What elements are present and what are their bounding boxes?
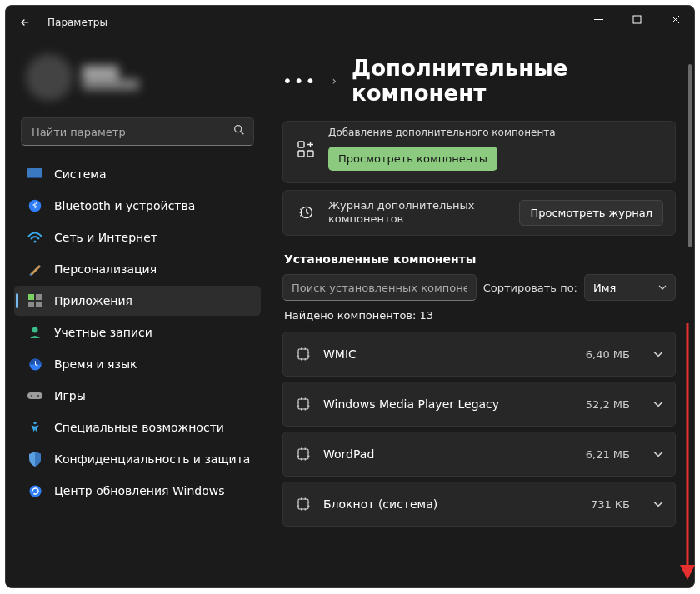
search-box[interactable] (21, 117, 254, 146)
nav-network[interactable]: Сеть и Интернет (14, 222, 261, 252)
view-history-button[interactable]: Просмотреть журнал (519, 200, 663, 226)
svg-rect-17 (298, 142, 304, 147)
bluetooth-icon (28, 198, 42, 213)
component-icon (295, 496, 312, 512)
network-icon (28, 230, 42, 245)
chevron-down-icon (658, 282, 667, 294)
personalize-icon (28, 262, 42, 277)
component-size: 731 КБ (591, 498, 630, 511)
history-card: Журнал дополнительных компонентов Просмо… (282, 190, 676, 237)
svg-rect-19 (308, 151, 313, 157)
component-size: 52,2 МБ (586, 398, 630, 411)
nav-privacy[interactable]: Конфиденциальность и защита (14, 444, 261, 474)
add-feature-icon (295, 138, 317, 160)
nav-label: Приложения (54, 294, 132, 307)
history-title: Журнал дополнительных компонентов (328, 199, 508, 227)
component-name: WMIC (323, 347, 574, 361)
user-profile[interactable]: ████ ████████ (14, 47, 261, 116)
sidebar: ████ ████████ Система Bluetooth и устрой… (6, 39, 264, 587)
component-size: 6,21 МБ (586, 448, 630, 461)
component-list: WMIC 6,40 МБ Windows Media Player Legacy… (282, 332, 676, 527)
nav-personalization[interactable]: Персонализация (14, 254, 261, 284)
nav: Система Bluetooth и устройства Сеть и Ин… (14, 159, 261, 506)
time-icon (28, 357, 42, 372)
svg-rect-3 (28, 177, 42, 178)
component-item[interactable]: WMIC 6,40 МБ (282, 332, 676, 377)
nav-accessibility[interactable]: Специальные возможности (14, 412, 261, 442)
svg-rect-12 (28, 392, 42, 399)
component-name: WordPad (323, 447, 574, 461)
component-item[interactable]: Windows Media Player Legacy 52,2 МБ (282, 382, 676, 427)
apps-icon (28, 293, 42, 308)
update-icon (28, 483, 42, 498)
component-item[interactable]: WordPad 6,21 МБ (282, 432, 676, 477)
nav-label: Персонализация (54, 262, 157, 276)
accounts-icon (28, 325, 42, 340)
chevron-down-icon (653, 497, 663, 512)
nav-label: Конфиденциальность и защита (54, 452, 250, 466)
nav-update[interactable]: Центр обновления Windows (14, 476, 261, 506)
nav-system[interactable]: Система (14, 159, 261, 189)
component-name: Блокнот (система) (323, 497, 579, 511)
close-button[interactable] (656, 6, 694, 32)
svg-rect-8 (28, 302, 34, 307)
svg-rect-21 (298, 349, 308, 359)
chevron-down-icon (653, 347, 663, 362)
nav-label: Время и язык (54, 357, 137, 371)
svg-rect-6 (28, 294, 34, 300)
svg-point-10 (32, 327, 38, 333)
nav-label: Игры (54, 389, 86, 402)
component-item[interactable]: Блокнот (система) 731 КБ (282, 482, 676, 527)
svg-point-1 (235, 126, 242, 132)
nav-accounts[interactable]: Учетные записи (14, 317, 261, 347)
component-icon (295, 346, 312, 362)
system-icon (28, 167, 42, 182)
nav-label: Bluetooth и устройства (54, 199, 195, 212)
scrollbar[interactable] (688, 64, 692, 581)
maximize-button[interactable] (618, 6, 656, 32)
view-features-button[interactable]: Просмотреть компоненты (328, 147, 498, 171)
accessibility-icon (28, 420, 42, 435)
title-bar: Параметры (6, 6, 694, 39)
nav-label: Центр обновления Windows (54, 484, 224, 497)
minimize-button[interactable] (579, 6, 618, 32)
svg-rect-9 (36, 302, 42, 307)
svg-rect-18 (298, 151, 304, 157)
svg-rect-24 (298, 499, 308, 509)
sort-select[interactable]: Имя (584, 274, 676, 301)
sort-label: Сортировать по: (483, 282, 578, 294)
window-title: Параметры (48, 17, 108, 28)
breadcrumb-overflow[interactable]: ••• (282, 71, 317, 91)
nav-label: Сеть и Интернет (54, 231, 158, 244)
chevron-down-icon (653, 447, 663, 462)
nav-gaming[interactable]: Игры (14, 381, 261, 411)
nav-time[interactable]: Время и язык (14, 349, 261, 379)
nav-label: Учетные записи (54, 326, 152, 339)
page-title: Дополнительные компонент (352, 56, 676, 106)
component-size: 6,40 МБ (586, 348, 630, 361)
svg-point-15 (33, 422, 36, 424)
svg-rect-22 (298, 399, 308, 409)
svg-point-14 (38, 395, 39, 397)
nav-apps[interactable]: Приложения (14, 286, 261, 316)
nav-bluetooth[interactable]: Bluetooth и устройства (14, 191, 261, 221)
back-button[interactable] (14, 12, 36, 33)
add-feature-card: Добавление дополнительного компонента Пр… (282, 121, 676, 183)
breadcrumb: ••• › Дополнительные компонент (282, 56, 676, 106)
gaming-icon (28, 388, 42, 403)
search-input[interactable] (21, 117, 254, 146)
history-icon (295, 202, 317, 223)
svg-point-13 (31, 395, 32, 397)
sort-value: Имя (593, 282, 616, 294)
filter-input[interactable] (282, 274, 477, 301)
svg-point-16 (29, 485, 41, 497)
search-icon (232, 123, 246, 140)
component-name: Windows Media Player Legacy (323, 397, 574, 411)
scrollbar-thumb[interactable] (688, 64, 692, 247)
installed-section-title: Установленные компоненты (284, 252, 676, 266)
svg-rect-7 (36, 294, 42, 300)
chevron-right-icon: › (332, 74, 337, 87)
add-feature-title: Добавление дополнительного компонента (328, 127, 663, 140)
found-count: Найдено компонентов: 13 (284, 309, 676, 322)
main-content: ••• › Дополнительные компонент Добавлени… (264, 39, 694, 587)
